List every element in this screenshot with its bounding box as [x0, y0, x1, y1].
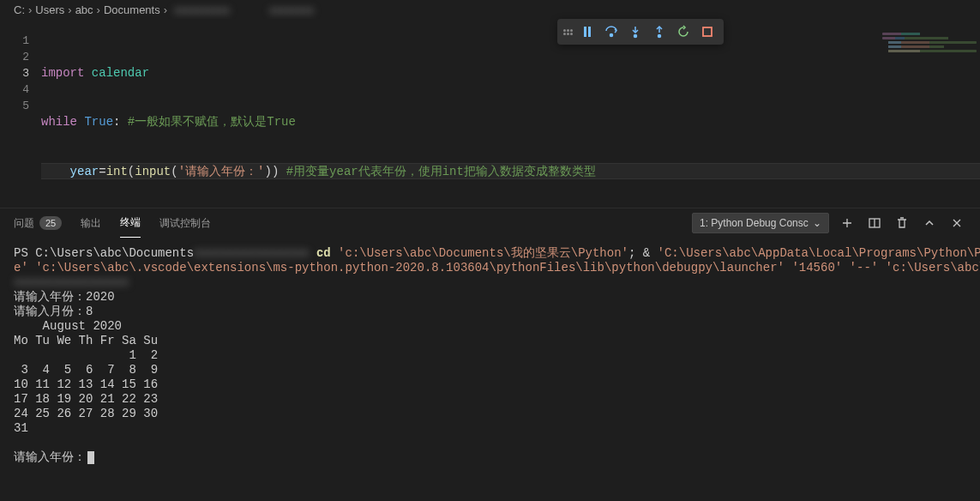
tab-label: 问题 [14, 216, 34, 231]
calendar-header: Mo Tu We Th Fr Sa Su [14, 334, 158, 347]
breadcrumb-item[interactable]: Documents [104, 3, 160, 16]
debug-toolbar[interactable] [557, 19, 724, 45]
new-terminal-button[interactable] [838, 214, 857, 232]
terminal-line: 请输入年份：2020 [14, 290, 115, 304]
kill-terminal-button[interactable] [893, 214, 911, 232]
chevron-right-icon: › [68, 3, 71, 16]
step-into-button[interactable] [624, 21, 646, 43]
calendar-row: 1 2 [14, 348, 158, 362]
step-over-button[interactable] [600, 21, 622, 43]
minimap[interactable] [882, 33, 977, 75]
line-number: 4 [0, 81, 29, 98]
step-out-button[interactable] [648, 21, 670, 43]
maximize-panel-button[interactable] [920, 214, 939, 232]
breadcrumb-item-redacted: xxxxxxxxxx [171, 3, 233, 16]
tab-label: 输出 [81, 216, 101, 231]
tab-debug-console[interactable]: 调试控制台 [159, 208, 211, 238]
breadcrumb-item[interactable]: Users [35, 3, 64, 16]
split-terminal-button[interactable] [865, 214, 884, 232]
tab-label: 终端 [120, 215, 141, 230]
calendar-row: 31 [14, 421, 28, 435]
terminal-output[interactable]: PS C:\Users\abc\Documentsxxxxxxxxxxxxxxx… [0, 238, 980, 501]
pause-button[interactable] [576, 21, 598, 43]
calendar-row: 3 4 5 6 7 8 9 [14, 363, 158, 377]
terminal-line: 请输入月份：8 [14, 305, 93, 318]
drag-handle-icon[interactable] [562, 29, 573, 35]
chevron-right-icon: › [97, 3, 100, 16]
breadcrumb-item[interactable]: C: [14, 3, 25, 16]
svg-point-2 [610, 34, 613, 37]
code-line[interactable]: import calendar [41, 65, 980, 81]
tab-label: 调试控制台 [159, 216, 211, 231]
calendar-row: 17 18 19 20 21 22 23 [14, 392, 158, 406]
panel-tabs: 问题 25 输出 终端 调试控制台 1: Python Debug Consc … [0, 208, 980, 238]
terminal-prompt: PS C:\Users\abc\Documents [14, 246, 194, 260]
cursor-icon [87, 451, 94, 464]
svg-rect-1 [588, 27, 591, 37]
calendar-row: 24 25 26 27 28 29 30 [14, 407, 158, 420]
code-line[interactable]: while True: #一般如果不赋值，默认是True [41, 114, 980, 130]
restart-button[interactable] [672, 21, 694, 43]
breadcrumb-item[interactable]: abc [75, 3, 93, 16]
tab-output[interactable]: 输出 [81, 208, 101, 238]
terminal-cmd: cd [316, 246, 331, 260]
stop-button[interactable] [696, 21, 718, 43]
code-area[interactable]: import calendar while True: #一般如果不赋值，默认是… [41, 19, 980, 208]
line-number: 1 [0, 33, 29, 49]
calendar-title: August 2020 [14, 319, 122, 333]
chevron-right-icon: › [164, 3, 167, 16]
terminal-arg: 'c:\Users\abc\.vscode\extensions\ms-pyth… [35, 261, 785, 275]
svg-point-4 [658, 35, 661, 38]
code-editor[interactable]: 1 2 3 4 5 import calendar while True: #一… [0, 19, 980, 208]
tab-problems[interactable]: 问题 25 [14, 208, 62, 238]
svg-rect-5 [703, 27, 712, 36]
line-number: 3 [0, 65, 29, 81]
terminal-selector[interactable]: 1: Python Debug Consc ⌄ [692, 213, 829, 233]
terminal-arg: 'C:\Users\abc\AppData\Local\Programs\Pyt… [658, 246, 980, 260]
tab-terminal[interactable]: 终端 [120, 208, 141, 238]
chevron-right-icon: › [28, 3, 32, 16]
svg-rect-0 [584, 27, 586, 37]
breadcrumb-item-redacted: xxxxxxxx [268, 3, 316, 16]
problems-badge: 25 [39, 216, 62, 230]
code-line-active[interactable]: year=int(input('请输入年份：')) #用变量year代表年份，使… [41, 163, 980, 179]
close-panel-button[interactable] [947, 214, 966, 232]
terminal-arg: 'c:\Users\abc\Documents\我的坚果云\Python' [338, 246, 628, 260]
chevron-down-icon: ⌄ [813, 217, 821, 229]
breadcrumb[interactable]: C: › Users › abc › Documents › xxxxxxxxx… [0, 0, 980, 19]
terminal-redacted: xxxxxxxxxxxxxxxx [194, 246, 309, 260]
terminal-selector-label: 1: Python Debug Consc [700, 217, 809, 229]
bottom-panel: 问题 25 输出 终端 调试控制台 1: Python Debug Consc … [0, 208, 980, 501]
calendar-row: 10 11 12 13 14 15 16 [14, 377, 158, 391]
svg-point-3 [634, 35, 637, 38]
line-number: 2 [0, 49, 29, 65]
line-gutter: 1 2 3 4 5 [0, 19, 41, 208]
terminal-input-prompt: 请输入年份： [14, 450, 86, 464]
line-number: 5 [0, 98, 29, 114]
